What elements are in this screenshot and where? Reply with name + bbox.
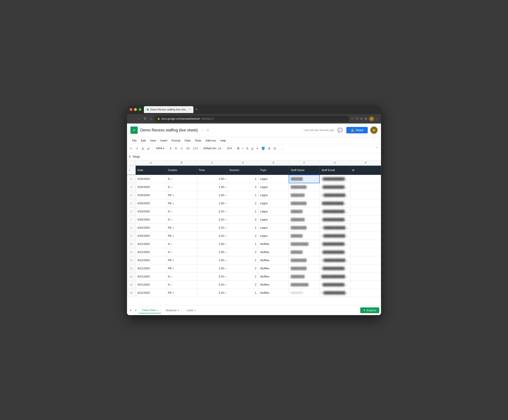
col-header-h[interactable]: H: [350, 160, 381, 165]
cell-staffemail-14[interactable]: █████████████████████/: [320, 273, 350, 281]
cell-date-15[interactable]: 4/21/2020: [135, 281, 166, 289]
maximize-button[interactable]: [139, 108, 141, 111]
cell-date-4[interactable]: 4/20/2020: [135, 191, 166, 199]
cell-session-12[interactable]: 1: [228, 256, 258, 264]
cell-id-2[interactable]: [350, 175, 381, 183]
bookmark-icon[interactable]: ☆: [351, 117, 354, 120]
cell-staffemail-5[interactable]: t██████████████████████: [320, 199, 350, 207]
cell-grades-7[interactable]: K ▾: [166, 216, 197, 224]
cell-topic-13[interactable]: Stuffies: [258, 264, 289, 273]
cell-staffname-11[interactable]: ██████: [289, 248, 320, 256]
cell-grades-10[interactable]: K ▾: [166, 240, 197, 248]
tab-close-icon[interactable]: ✕: [189, 108, 191, 111]
menu-icon[interactable]: ⋮: [376, 117, 379, 120]
close-button[interactable]: [130, 108, 132, 111]
col-header-b[interactable]: B: [166, 160, 197, 165]
cell-date-13[interactable]: 4/21/2020: [135, 264, 166, 273]
cell-staffemail-12[interactable]: m████████████████████g: [320, 256, 350, 264]
cell-staffname-4[interactable]: ███████: [289, 191, 320, 199]
cell-topic-9[interactable]: Legos: [258, 232, 289, 240]
cell-grades-14[interactable]: K ▾: [166, 273, 197, 281]
col-header-e[interactable]: E: [258, 160, 289, 165]
cell-date-16[interactable]: 4/21/2020: [135, 289, 166, 297]
col-header-a[interactable]: A: [135, 160, 166, 165]
menu-tools[interactable]: Tools: [193, 138, 203, 143]
menu-view[interactable]: View: [148, 138, 158, 143]
cell-topic-8[interactable]: Legos: [258, 224, 289, 232]
cell-date-10[interactable]: 4/21/2020: [135, 240, 166, 248]
cell-staffemail-16[interactable]: m███████████████████████: [320, 289, 350, 297]
cell-grades-4[interactable]: PK ▾: [166, 191, 197, 199]
font-size-select[interactable]: 10 ▾: [225, 146, 233, 151]
borders-button[interactable]: ⊞: [267, 146, 272, 151]
cell-time-13[interactable]: 1:30 ▾: [197, 264, 227, 273]
cell-grades-13[interactable]: PK ▾: [166, 264, 197, 273]
cell-id-13[interactable]: [350, 264, 381, 273]
cell-staffname-16[interactable]: hhhhhhhh: [289, 289, 320, 297]
back-button[interactable]: ←: [129, 116, 134, 122]
cell-date-11[interactable]: 4/21/2020: [135, 248, 166, 256]
cell-staffname-10[interactable]: █████████: [289, 240, 320, 248]
user-avatar[interactable]: U: [370, 126, 378, 134]
text-color-button[interactable]: A: [255, 146, 260, 151]
cell-date-3[interactable]: 4/20/2020: [135, 183, 166, 191]
cell-staffname-8[interactable]: ████████: [289, 224, 320, 232]
minimize-button[interactable]: [134, 108, 137, 111]
cell-topic-4[interactable]: Legos: [258, 191, 289, 199]
formula-input[interactable]: Diego: [133, 155, 379, 158]
more-button[interactable]: ...: [280, 146, 285, 151]
cell-staffname-12[interactable]: ████████: [289, 256, 320, 264]
cell-date-7[interactable]: 4/20/2020: [135, 216, 166, 224]
external-link-icon[interactable]: ⧉: [207, 128, 209, 132]
sync-icon[interactable]: ⟳: [360, 117, 363, 120]
cell-id-14[interactable]: [350, 273, 381, 281]
cell-staffname-3[interactable]: ████████: [289, 183, 320, 191]
cell-id-8[interactable]: [350, 224, 381, 232]
redo-button[interactable]: ↪: [134, 146, 139, 151]
cell-time-8[interactable]: 2:15 ▾: [197, 224, 227, 232]
col-header-g[interactable]: G: [320, 160, 350, 165]
strikethrough-button[interactable]: S: [245, 146, 249, 151]
col-header-d[interactable]: D: [228, 160, 258, 165]
cell-grades-2[interactable]: K ▾: [166, 175, 197, 183]
cell-topic-11[interactable]: Stuffies: [258, 248, 289, 256]
cell-grades-15[interactable]: K ▾: [166, 281, 197, 289]
cell-staffemail-2[interactable]: d████████████████████: [320, 175, 350, 183]
cell-grades-6[interactable]: K ▾: [166, 207, 197, 216]
zoom-select[interactable]: 100% ▾: [154, 146, 166, 151]
cell-staffemail-10[interactable]: ti███████████████████: [320, 240, 350, 248]
star-icon[interactable]: ☆: [201, 128, 204, 132]
cell-date-6[interactable]: 4/20/2020: [135, 207, 166, 216]
sheet-tab-classdata[interactable]: Class Data ▾: [139, 307, 161, 313]
cell-staffemail-6[interactable]: d███████████████████: [320, 207, 350, 216]
cell-topic-10[interactable]: Stuffies: [258, 240, 289, 248]
sheet-tab-students[interactable]: Students ▾: [162, 307, 182, 313]
cell-session-9[interactable]: 2: [228, 232, 258, 240]
cell-grades-3[interactable]: K ▾: [166, 183, 197, 191]
user-avatar-small[interactable]: U: [369, 116, 374, 121]
underline-button[interactable]: A: [250, 146, 254, 151]
cell-topic-12[interactable]: Stuffies: [258, 256, 289, 264]
col-header-f[interactable]: F: [289, 160, 320, 165]
menu-addons[interactable]: Add-ons: [204, 138, 217, 143]
cell-session-14[interactable]: 1: [228, 273, 258, 281]
cell-staffemail-3[interactable]: s████████████████████: [320, 183, 350, 191]
cell-id-16[interactable]: [350, 289, 381, 297]
col-header-c[interactable]: C: [197, 160, 227, 165]
cell-topic-14[interactable]: Stuffies: [258, 273, 289, 281]
cell-id-6[interactable]: [350, 207, 381, 216]
cell-session-15[interactable]: 2: [228, 281, 258, 289]
cell-id-7[interactable]: [350, 216, 381, 224]
cell-id-3[interactable]: [350, 183, 381, 191]
cell-session-2[interactable]: 1: [228, 175, 258, 183]
cell-grades-5[interactable]: PK ▾: [166, 199, 197, 207]
cell-staffname-5[interactable]: ████████: [289, 199, 320, 207]
cell-staffname-14[interactable]: ███████: [289, 273, 320, 281]
cell-session-4[interactable]: 1: [228, 191, 258, 199]
cell-staffname-2[interactable]: ██████: [289, 175, 320, 183]
cell-staffname-9[interactable]: ██████: [289, 232, 320, 240]
cell-grades-9[interactable]: PK ▾: [166, 232, 197, 240]
tab-active[interactable]: ⊞ Demo Recess staffing (live she... ✕: [144, 106, 193, 113]
explore-button[interactable]: ✦ Explore: [360, 307, 379, 313]
cell-staffname-13[interactable]: ████████: [289, 264, 320, 273]
